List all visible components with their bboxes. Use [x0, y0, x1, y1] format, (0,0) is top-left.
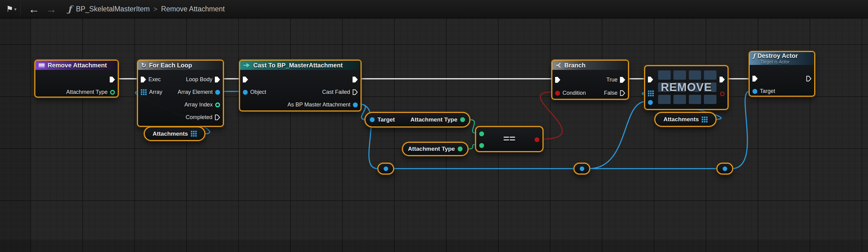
- back-arrow-button[interactable]: ←: [29, 4, 40, 15]
- function-icon: ƒ: [68, 4, 72, 14]
- false-exec-pin[interactable]: [620, 90, 625, 96]
- node-subtitle: Target is Actor: [753, 59, 789, 65]
- node-title: Cast To BP_MasterAttachment: [253, 62, 343, 69]
- pin-label: Completed: [186, 114, 212, 121]
- function-entry-icon: [38, 63, 45, 68]
- node-equal-comparison[interactable]: ==: [475, 126, 544, 152]
- array-index-out-pin[interactable]: [215, 103, 220, 107]
- pin-label: Array Index: [184, 102, 213, 108]
- cast-icon: [243, 63, 250, 68]
- forward-arrow-button[interactable]: →: [46, 4, 57, 15]
- pin-label: Exec: [149, 76, 161, 83]
- true-exec-pin[interactable]: [620, 77, 625, 83]
- exec-out-pin[interactable]: [352, 77, 358, 82]
- array-out-pin[interactable]: [191, 131, 197, 137]
- node-title: For Each Loop: [149, 62, 192, 69]
- exec-in-pin[interactable]: [555, 77, 560, 83]
- variable-label: Attachment Type: [408, 145, 455, 152]
- pin-label: Object: [250, 89, 266, 95]
- reroute-pin[interactable]: [580, 166, 584, 171]
- node-destroy-actor[interactable]: ƒ Destroy Actor Target is Actor Target: [749, 51, 815, 96]
- equals-symbol: ==: [476, 133, 542, 145]
- target-in-pin[interactable]: [370, 117, 375, 122]
- exec-out-pin[interactable]: [806, 76, 811, 82]
- target-array-pin[interactable]: [648, 90, 654, 96]
- pin-label: Loop Body: [186, 76, 212, 83]
- exec-in-pin[interactable]: [141, 77, 146, 82]
- reroute-node-3[interactable]: [716, 163, 733, 174]
- equals-result-pin[interactable]: [534, 137, 539, 142]
- blueprint-editor: ⚑ ▾ ← → ƒ BP_SkeletalMasterItem > Remove…: [0, 0, 868, 252]
- remove-watermark: REMOVE: [645, 81, 727, 94]
- array-element-out-pin[interactable]: [215, 90, 220, 95]
- node-for-each-loop[interactable]: ↻ For Each Loop Exec Loop Body Array: [137, 60, 224, 127]
- array-in-pin[interactable]: [141, 89, 147, 95]
- function-icon: ƒ: [753, 53, 755, 59]
- pin-label: Cast Failed: [322, 89, 350, 95]
- breadcrumb-current[interactable]: Remove Attachment: [161, 5, 225, 13]
- reroute-pin[interactable]: [383, 166, 388, 171]
- pin-label: Array: [149, 89, 162, 95]
- toolbar-divider: [20, 3, 21, 16]
- pin-label: True: [607, 77, 618, 83]
- pin-label: As BP Master Attachment: [287, 102, 350, 108]
- node-array-remove[interactable]: REMOVE: [644, 65, 728, 110]
- pin-label: Attachment Type: [66, 89, 107, 95]
- reroute-pin[interactable]: [723, 166, 727, 171]
- exec-out-pin[interactable]: [215, 77, 220, 82]
- breadcrumb-separator: >: [153, 5, 157, 13]
- equals-input-b-pin[interactable]: [479, 143, 484, 148]
- node-header[interactable]: Remove Attachment: [35, 61, 118, 70]
- pin-label: Target: [377, 116, 395, 123]
- pin-label: Condition: [562, 90, 586, 96]
- node-get-attachments-2[interactable]: Attachments: [654, 112, 716, 127]
- node-header[interactable]: ƒ Destroy Actor Target is Actor: [750, 52, 814, 65]
- attachment-type-out-pin[interactable]: [460, 117, 465, 122]
- exec-in-pin[interactable]: [752, 76, 758, 82]
- equals-input-a-pin[interactable]: [479, 131, 484, 136]
- exec-out-pin[interactable]: [110, 77, 115, 82]
- pin-label: Target: [760, 88, 775, 94]
- pin-label: False: [604, 90, 618, 96]
- node-title: Destroy Actor: [757, 52, 798, 59]
- bookmark-icon[interactable]: ⚑: [6, 4, 13, 14]
- node-header[interactable]: Branch: [552, 61, 628, 70]
- breadcrumb-parent[interactable]: BP_SkeletalMasterItem: [76, 5, 150, 13]
- exec-in-pin[interactable]: [243, 77, 248, 82]
- cast-failed-exec-pin[interactable]: [352, 89, 358, 95]
- return-bool-pin[interactable]: [720, 91, 725, 96]
- as-cast-out-pin[interactable]: [353, 103, 358, 107]
- node-get-attachment-type-variable[interactable]: Attachment Type: [402, 142, 468, 156]
- wire-reroute2-to-remove-item[interactable]: [590, 102, 645, 169]
- chevron-down-icon[interactable]: ▾: [14, 6, 17, 12]
- wire-attachmenttype-to-equals-b[interactable]: [468, 145, 475, 149]
- pin-label: Array Element: [178, 89, 213, 95]
- attachment-type-out-pin[interactable]: [110, 90, 115, 95]
- node-title: Remove Attachment: [48, 62, 107, 69]
- variable-label: Attachments: [663, 116, 699, 123]
- variable-label: Attachments: [152, 131, 188, 137]
- target-in-pin[interactable]: [752, 89, 757, 94]
- completed-exec-pin[interactable]: [215, 114, 220, 120]
- condition-in-pin[interactable]: [555, 91, 560, 96]
- node-header[interactable]: ↻ For Each Loop: [138, 61, 223, 70]
- node-branch[interactable]: Branch True Condition False: [551, 60, 629, 100]
- breadcrumb-toolbar: ⚑ ▾ ← → ƒ BP_SkeletalMasterItem > Remove…: [0, 0, 868, 19]
- node-cast-to-bp-masterattachment[interactable]: Cast To BP_MasterAttachment Object Cast …: [239, 60, 362, 111]
- node-header[interactable]: Cast To BP_MasterAttachment: [240, 61, 361, 70]
- item-in-pin[interactable]: [648, 100, 653, 105]
- reroute-node-2[interactable]: [574, 163, 590, 174]
- node-remove-attachment-entry[interactable]: Remove Attachment Attachment Type: [34, 60, 119, 97]
- node-title: Branch: [564, 62, 586, 69]
- wire-getter-to-equals-a[interactable]: [470, 120, 475, 133]
- wire-reroute3-to-destroy-target[interactable]: [733, 91, 749, 169]
- branch-icon: [555, 62, 562, 68]
- attachment-type-out-pin[interactable]: [458, 146, 463, 151]
- loop-icon: ↻: [141, 62, 146, 68]
- node-get-attachment-type[interactable]: Target Attachment Type: [365, 112, 470, 128]
- pin-label: Attachment Type: [410, 116, 457, 123]
- array-out-pin[interactable]: [702, 117, 708, 122]
- reroute-node-1[interactable]: [377, 163, 394, 174]
- node-get-attachments-1[interactable]: Attachments: [144, 127, 205, 141]
- object-in-pin[interactable]: [243, 90, 248, 95]
